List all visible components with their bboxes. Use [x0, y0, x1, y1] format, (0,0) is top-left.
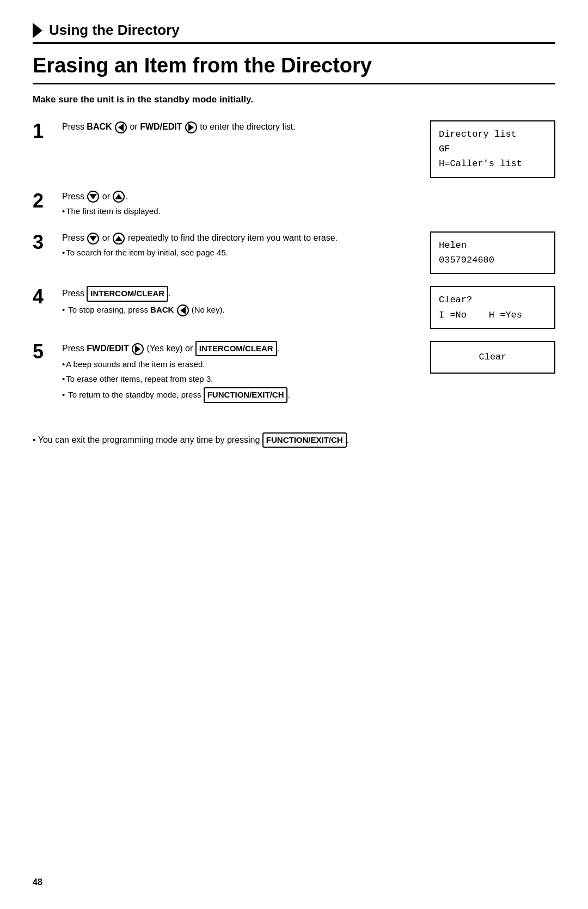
step-2-text: Press or .	[62, 190, 555, 203]
step-4-row: 4 Press INTERCOM/CLEAR. To stop erasing,…	[33, 286, 555, 328]
step-3-row: 3 Press or repeatedly to find the direct…	[33, 231, 555, 274]
lcd-yes-no: I =No H =Yes	[439, 308, 547, 322]
step-4-bullet-1: To stop erasing, press BACK (No key).	[62, 304, 419, 316]
step-4-content: Press INTERCOM/CLEAR. To stop erasing, p…	[62, 286, 419, 319]
step-3-text: Press or repeatedly to find the director…	[62, 231, 419, 245]
step-5-bullet-1: A beep sounds and the item is erased.	[62, 358, 419, 371]
steps-area: 1 Press BACK or FWD/EDIT to enter the di…	[33, 120, 555, 417]
step-1-number: 1	[33, 120, 58, 141]
step-2-number: 2	[33, 190, 58, 211]
step-1-content: Press BACK or FWD/EDIT to enter the dire…	[62, 120, 419, 136]
step-4-lcd: Clear? I =No H =Yes	[430, 286, 555, 328]
back2-arrow-icon	[177, 304, 189, 316]
back-arrow-icon	[115, 121, 127, 133]
step-5-content: Press FWD/EDIT (Yes key) or INTERCOM/CLE…	[62, 341, 419, 405]
page-number: 48	[33, 877, 42, 887]
footer-note: • You can exit the programming mode any …	[33, 432, 555, 448]
step-3-content: Press or repeatedly to find the director…	[62, 231, 419, 261]
step-5-lcd: Clear	[430, 341, 555, 374]
fwd2-arrow-icon	[132, 343, 144, 355]
lcd-line-3: H=Caller’s list	[439, 156, 547, 171]
step-2-bullet-1: The first item is displayed.	[62, 205, 555, 218]
step-1-lcd: Directory list GF H=Caller’s list	[430, 120, 555, 178]
step-3-display: Helen 0357924680	[430, 231, 555, 274]
step-1-row: 1 Press BACK or FWD/EDIT to enter the di…	[33, 120, 555, 178]
step-3-number: 3	[33, 231, 58, 252]
up-arrow-icon	[113, 191, 125, 203]
footer-bullet: •	[33, 435, 36, 444]
down2-arrow-icon	[87, 233, 99, 245]
header-arrow-icon	[33, 23, 42, 38]
step-2-content: Press or . The first item is displayed.	[62, 190, 555, 220]
step-2-row: 2 Press or . The first item is displayed…	[33, 190, 555, 220]
step-5-row: 5 Press FWD/EDIT (Yes key) or INTERCOM/C…	[33, 341, 555, 405]
step-5-text: Press FWD/EDIT (Yes key) or INTERCOM/CLE…	[62, 341, 419, 357]
lcd-helen-name: Helen	[439, 238, 547, 253]
fwd-arrow-icon	[185, 121, 197, 133]
step-5-bullet-2: To erase other items, repeat from step 3…	[62, 373, 419, 386]
step-4-text: Press INTERCOM/CLEAR.	[62, 286, 419, 302]
function-exit-ch-button-label: FUNCTION/EXIT/CH	[204, 387, 288, 403]
step-1-text: Press BACK or FWD/EDIT to enter the dire…	[62, 120, 419, 133]
subtitle: Make sure the unit is in the standby mod…	[33, 94, 555, 105]
step-4-display: Clear? I =No H =Yes	[430, 286, 555, 328]
lcd-line-1: Directory list	[439, 127, 547, 142]
up2-arrow-icon	[113, 233, 125, 245]
lcd-clear: Clear	[479, 350, 506, 364]
lcd-helen-number: 0357924680	[439, 253, 547, 267]
step-5-display: Clear	[430, 341, 555, 374]
intercom-clear-button-label-2: INTERCOM/CLEAR	[195, 341, 277, 357]
step-4-number: 4	[33, 286, 58, 307]
header-bar: Using the Directory	[33, 22, 555, 44]
step-3-lcd: Helen 0357924680	[430, 231, 555, 274]
lcd-clear-question: Clear?	[439, 292, 547, 307]
intercom-clear-button-label: INTERCOM/CLEAR	[87, 286, 168, 302]
step-3-bullet-1: To search for the item by initial, see p…	[62, 247, 419, 259]
header-title: Using the Directory	[49, 22, 180, 39]
footer-function-exit-ch: FUNCTION/EXIT/CH	[262, 432, 347, 448]
page-title: Erasing an Item from the Directory	[33, 54, 555, 84]
lcd-line-2: GF	[439, 142, 547, 156]
step-5-number: 5	[33, 341, 58, 362]
step-5-bullet-3: To return to the standby mode, press FUN…	[62, 387, 419, 403]
step-1-display: Directory list GF H=Caller’s list	[430, 120, 555, 178]
down-arrow-icon	[87, 191, 99, 203]
